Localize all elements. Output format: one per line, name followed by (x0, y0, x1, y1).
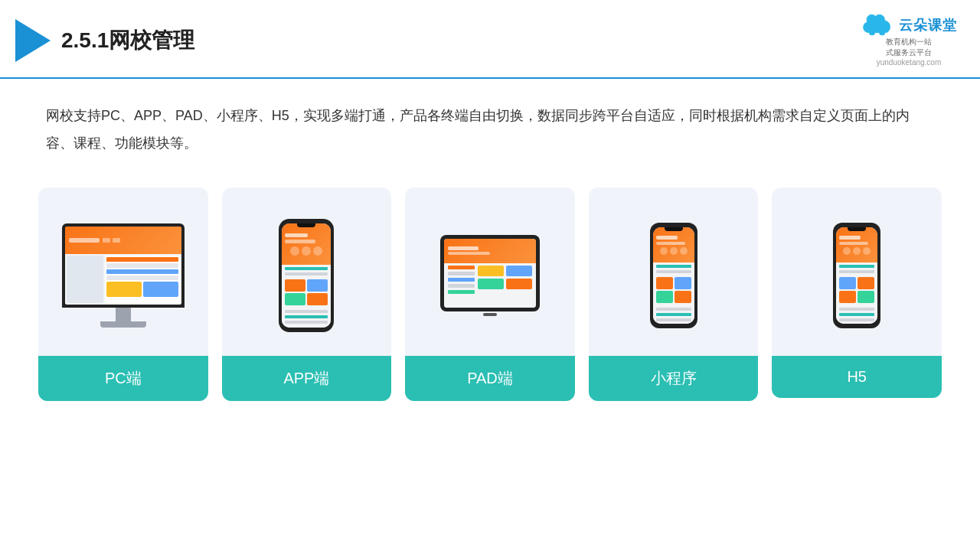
app-card: APP端 (222, 187, 392, 401)
h5-card: H5 (772, 187, 942, 398)
monitor-device (62, 223, 185, 328)
svg-rect-4 (872, 31, 882, 33)
phone-device-miniapp (650, 223, 697, 328)
pc-image-area (38, 187, 208, 356)
description-text: 网校支持PC、APP、PAD、小程序、H5，实现多端打通，产品各终端自由切换，数… (0, 79, 980, 165)
pad-image-area (405, 187, 575, 356)
app-label: APP端 (222, 356, 392, 401)
page-title: 2.5.1网校管理 (61, 26, 194, 55)
app-image-area (222, 187, 392, 356)
miniapp-image-area (589, 187, 759, 356)
cards-container: PC端 (0, 172, 980, 424)
brand-name: 云朵课堂 (899, 16, 957, 34)
header-left: 2.5.1网校管理 (15, 19, 194, 62)
brand-logo-area: 云朵课堂 教育机构一站式服务云平台 yunduoketang.com (861, 14, 957, 67)
phone-device (279, 219, 334, 332)
pad-card: PAD端 (405, 187, 575, 401)
header: 2.5.1网校管理 云朵课堂 教育机构一站式服务云平台 yunduoketang… (0, 0, 980, 79)
description-content: 网校支持PC、APP、PAD、小程序、H5，实现多端打通，产品各终端自由切换，数… (46, 108, 910, 151)
miniapp-label: 小程序 (589, 356, 759, 401)
phone-device-h5 (833, 223, 880, 328)
h5-image-area (772, 187, 942, 356)
tablet-device (440, 235, 540, 316)
h5-label: H5 (772, 356, 942, 398)
brand-url: yunduoketang.com (877, 58, 942, 67)
cloud-icon (861, 14, 894, 37)
brand-logo: 云朵课堂 (861, 14, 957, 37)
pc-label: PC端 (38, 356, 208, 401)
pc-card: PC端 (38, 187, 208, 401)
logo-arrow-icon (15, 19, 51, 62)
brand-slogan: 教育机构一站式服务云平台 (886, 37, 932, 58)
pad-label: PAD端 (405, 356, 575, 401)
miniapp-card: 小程序 (589, 187, 759, 401)
